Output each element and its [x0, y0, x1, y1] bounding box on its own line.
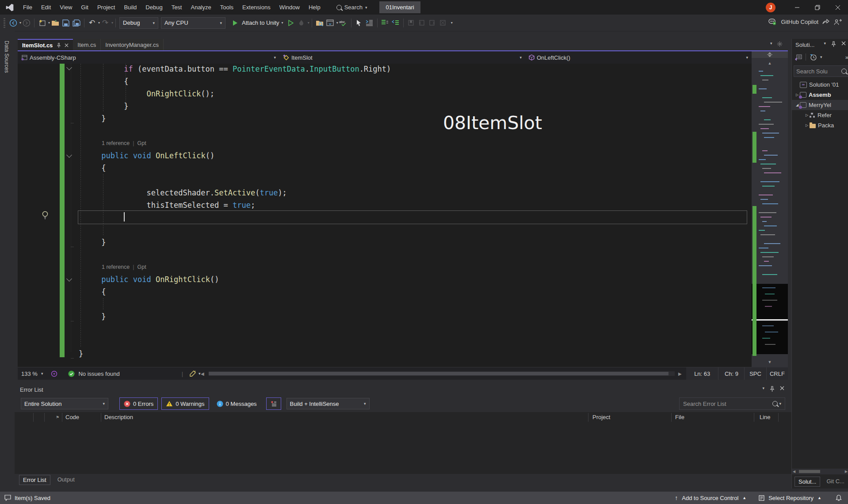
column-indicator[interactable]: Ch: 9 [718, 367, 744, 380]
code-editor[interactable]: if (eventData.button == PointerEventData… [18, 64, 752, 367]
select-repository-button[interactable]: Select Repository [768, 495, 814, 501]
minimap-split-line[interactable] [752, 319, 788, 321]
error-list-search-input[interactable]: Search Error List ▾ [679, 397, 785, 410]
scroll-down-icon[interactable]: ▼ [752, 360, 788, 364]
solution-explorer-header[interactable]: Soluti... ▾ [792, 39, 848, 50]
doc-tab-inventorymanager-cs[interactable]: InventoryManager.cs [101, 39, 164, 50]
menu-item-test[interactable]: Test [167, 0, 187, 15]
menu-item-view[interactable]: View [55, 0, 76, 15]
code-cleanup-icon[interactable] [189, 370, 197, 377]
doc-tab-itemslot-cs[interactable]: ItemSlot.cs [18, 39, 73, 50]
code-line[interactable]: } [79, 112, 391, 125]
format-indent-button[interactable] [365, 17, 374, 29]
clear-bookmarks-button[interactable] [438, 17, 448, 29]
health-indicator-icon[interactable] [51, 370, 57, 377]
sort-column-icon[interactable]: ⚑ [56, 412, 59, 423]
pending-changes-filter-icon[interactable] [810, 54, 817, 61]
performance-profiler-icon[interactable] [297, 17, 306, 29]
menu-item-debug[interactable]: Debug [141, 0, 167, 15]
code-line[interactable]: public void OnLeftClick() [79, 149, 391, 162]
spell-check-button[interactable]: abc [339, 17, 348, 29]
solution-hscrollbar[interactable]: ◀ ▶ [792, 469, 848, 474]
code-line[interactable]: } [79, 347, 391, 360]
title-search[interactable]: Search ▾ [336, 4, 367, 11]
source-select[interactable]: Build + IntelliSense ▾ [286, 398, 370, 409]
code-line[interactable] [79, 335, 391, 347]
comment-button[interactable] [380, 17, 390, 29]
tree-item-solution01[interactable]: ∞Solution '01 [792, 80, 848, 90]
solution-platform-select[interactable]: Any CPU ▾ [161, 17, 225, 29]
minimap-viewport[interactable] [752, 284, 788, 319]
code-line[interactable] [79, 323, 391, 335]
pin-icon[interactable] [53, 43, 61, 48]
chevron-down-icon[interactable]: ▾ [820, 55, 822, 59]
code-line[interactable]: } [79, 310, 391, 323]
error-list-grid[interactable] [15, 423, 791, 474]
menu-item-file[interactable]: File [19, 0, 37, 15]
codelens-ai[interactable]: Gpt [137, 140, 146, 146]
navbar-member-dropdown[interactable]: OnLeftClick() ▾ [525, 51, 752, 64]
toolbar-overflow-icon[interactable]: » [845, 54, 848, 61]
filter-button[interactable] [266, 397, 281, 410]
code-lines[interactable]: if (eventData.button == PointerEventData… [79, 64, 391, 360]
restore-button[interactable] [807, 0, 828, 15]
bell-icon[interactable] [836, 495, 842, 501]
chevron-down-icon[interactable]: ▾ [199, 371, 201, 376]
code-line[interactable]: public void OnRightClick() [79, 273, 391, 286]
codelens-references[interactable]: 1 reference [102, 264, 130, 270]
close-button[interactable] [828, 0, 848, 15]
horizontal-scrollbar[interactable] [209, 371, 675, 376]
find-in-files-button[interactable] [315, 17, 325, 29]
undo-button[interactable]: ↶ [87, 17, 97, 29]
send-feedback-icon[interactable] [834, 19, 842, 25]
code-line[interactable]: } [79, 236, 391, 248]
solution-configuration-select[interactable]: Debug ▾ [119, 17, 158, 29]
window-position-chevron-icon[interactable]: ▾ [762, 386, 764, 392]
code-line[interactable]: { [79, 75, 391, 88]
code-line[interactable]: } [79, 100, 391, 112]
column-header-description[interactable]: Description [104, 412, 133, 423]
panel-tab-solut[interactable]: Solut... [795, 477, 820, 487]
expander-icon[interactable]: ▷ [804, 113, 810, 117]
codelens-ai[interactable]: Gpt [137, 264, 146, 270]
code-line[interactable]: 1 reference|Gpt [79, 137, 391, 149]
tree-item-merryyel[interactable]: ◢MerryYel [792, 100, 848, 110]
toolbar-grip[interactable] [4, 18, 5, 28]
codelens-references[interactable]: 1 reference [102, 140, 130, 146]
code-line[interactable]: selectedShader.SetActive(true); [79, 187, 391, 199]
scroll-right-icon[interactable]: ▶ [678, 371, 682, 376]
scrollbar-split-handle-icon[interactable] [752, 51, 788, 58]
code-line[interactable]: 1 reference|Gpt [79, 261, 391, 273]
lightbulb-icon[interactable] [41, 210, 50, 220]
scope-select[interactable]: Entire Solution ▾ [21, 398, 108, 409]
tree-item-refer[interactable]: ▷Refer [792, 110, 848, 120]
messages-filter-button[interactable]: 0 Messages [213, 398, 261, 409]
chevron-down-icon[interactable]: ▾ [308, 21, 309, 25]
toggle-bookmark-button[interactable] [406, 17, 416, 29]
close-icon[interactable] [780, 386, 784, 392]
menu-item-help[interactable]: Help [304, 0, 325, 15]
chevron-down-icon[interactable]: ▾ [19, 21, 21, 25]
menu-item-extensions[interactable]: Extensions [238, 0, 275, 15]
code-line[interactable] [79, 174, 391, 187]
minimize-button[interactable] [787, 0, 807, 15]
code-line[interactable] [79, 125, 391, 137]
pin-icon[interactable] [831, 41, 836, 47]
start-without-debug-icon[interactable] [286, 17, 296, 29]
column-header-project[interactable]: Project [592, 412, 610, 423]
menu-item-project[interactable]: Project [93, 0, 119, 15]
code-line[interactable] [79, 298, 391, 310]
window-list-chevron-icon[interactable]: ▾ [770, 41, 772, 47]
chevron-down-icon[interactable]: ▾ [336, 21, 338, 25]
tab-settings-gear-icon[interactable] [777, 41, 783, 47]
close-icon[interactable] [61, 43, 69, 47]
code-line[interactable] [79, 248, 391, 261]
chevron-down-icon[interactable]: ▾ [98, 21, 100, 25]
open-folder-button[interactable] [50, 17, 60, 29]
attach-to-unity-button[interactable]: Attach to Unity [242, 19, 279, 26]
navbar-type-dropdown[interactable]: ItemSlot ▾ [279, 51, 525, 64]
uncomment-button[interactable] [391, 17, 401, 29]
next-bookmark-button[interactable] [428, 17, 437, 29]
minimap-scrollbar[interactable]: ▲ ▼ [752, 51, 788, 367]
start-debug-icon[interactable] [230, 17, 240, 29]
